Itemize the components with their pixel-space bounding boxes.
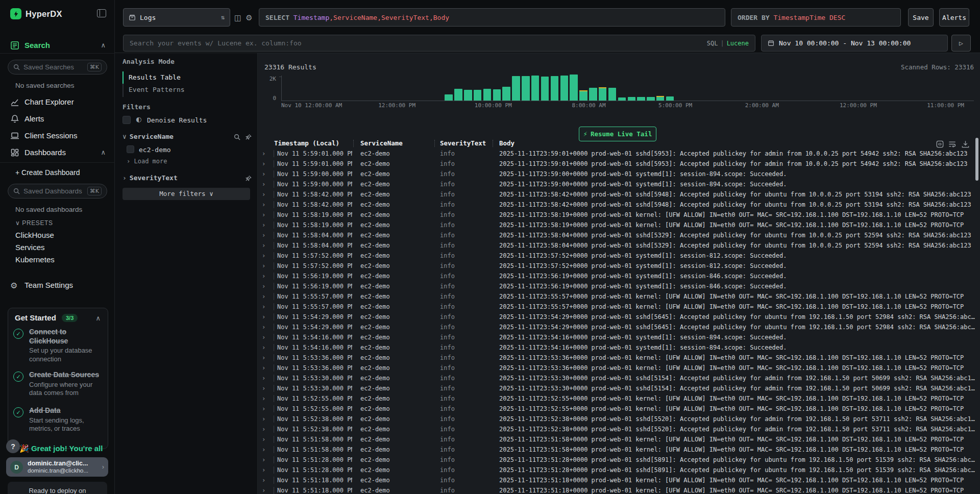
histogram-bar[interactable] — [512, 76, 520, 101]
row-expand-chevron[interactable]: › — [262, 242, 270, 249]
table-row[interactable]: › Nov 11 5:52:38.000 PM ec2-demo info 20… — [258, 425, 980, 435]
select-clause-input[interactable]: SELECT Timestamp,ServiceName,SeverityTex… — [259, 8, 725, 27]
table-row[interactable]: › Nov 11 5:58:42.000 PM ec2-demo info 20… — [258, 200, 980, 210]
table-row[interactable]: › Nov 11 5:51:28.000 PM ec2-demo info 20… — [258, 455, 980, 465]
row-expand-chevron[interactable]: › — [262, 456, 270, 463]
row-expand-chevron[interactable]: › — [262, 191, 270, 198]
row-expand-chevron[interactable]: › — [262, 273, 270, 280]
row-expand-chevron[interactable]: › — [262, 426, 270, 433]
table-row[interactable]: › Nov 11 5:53:36.000 PM ec2-demo info 20… — [258, 363, 980, 374]
table-row[interactable]: › Nov 11 5:56:19.000 PM ec2-demo info 20… — [258, 282, 980, 292]
save-button[interactable]: Save — [908, 8, 934, 27]
table-row[interactable]: › Nov 11 5:59:01.000 PM ec2-demo info 20… — [258, 149, 980, 159]
mode-results-table[interactable]: Results Table — [129, 73, 181, 81]
table-row[interactable]: › Nov 11 5:54:16.000 PM ec2-demo info 20… — [258, 333, 980, 343]
table-row[interactable]: › Nov 11 5:53:36.000 PM ec2-demo info 20… — [258, 353, 980, 363]
table-row[interactable]: › Nov 11 5:58:04.000 PM ec2-demo info 20… — [258, 241, 980, 251]
table-row[interactable]: › Nov 11 5:51:18.000 PM ec2-demo info 20… — [258, 486, 980, 494]
column-header-timestamp[interactable]: Timestamp (Local) — [274, 139, 339, 147]
histogram-bar[interactable] — [483, 89, 491, 101]
row-expand-chevron[interactable]: › — [262, 293, 270, 300]
row-expand-chevron[interactable]: › — [262, 303, 270, 310]
column-header-severitytext[interactable]: SeverityText — [440, 139, 486, 147]
table-row[interactable]: › Nov 11 5:54:29.000 PM ec2-demo info 20… — [258, 312, 980, 323]
table-row[interactable]: › Nov 11 5:57:52.000 PM ec2-demo info 20… — [258, 251, 980, 261]
run-query-button[interactable]: ▷ — [951, 35, 971, 52]
sidebar-collapse-icon[interactable] — [97, 9, 106, 17]
histogram-bar[interactable] — [522, 76, 529, 101]
user-menu[interactable]: D dominic.tran@clic... dominic.tran@clic… — [6, 457, 108, 477]
row-expand-chevron[interactable]: › — [262, 170, 270, 178]
row-expand-chevron[interactable]: › — [262, 211, 270, 218]
row-expand-chevron[interactable]: › — [262, 446, 270, 453]
row-expand-chevron[interactable]: › — [262, 334, 270, 341]
table-columns-icon[interactable]: ◫ — [233, 13, 242, 22]
histogram-bar[interactable] — [560, 76, 568, 101]
histogram-bar[interactable] — [464, 90, 472, 101]
order-by-input[interactable]: ORDER BY TimestampTime DESC — [731, 8, 901, 27]
denoise-checkbox[interactable] — [122, 116, 131, 124]
chevron-up-icon[interactable]: ∧ — [101, 41, 106, 49]
table-row[interactable]: › Nov 11 5:52:55.000 PM ec2-demo info 20… — [258, 404, 980, 414]
sidebar-item-team-settings[interactable]: ⚙ Team Settings — [0, 280, 115, 291]
row-expand-chevron[interactable]: › — [262, 487, 270, 494]
saved-dashboards-input[interactable]: ⌘K — [8, 184, 107, 199]
service-ec2-demo-checkbox[interactable] — [127, 145, 134, 153]
help-button[interactable]: ? — [6, 439, 20, 453]
chevron-up-icon[interactable]: ∧ — [95, 314, 101, 322]
table-row[interactable]: › Nov 11 5:55:57.000 PM ec2-demo info 20… — [258, 302, 980, 312]
sidebar-item-client-sessions[interactable]: Client Sessions — [0, 131, 115, 142]
row-expand-chevron[interactable]: › — [262, 150, 270, 157]
row-expand-chevron[interactable]: › — [262, 364, 270, 372]
service-option-label[interactable]: ec2-demo — [139, 146, 171, 154]
preset-kubernetes[interactable]: Kubernetes — [15, 255, 55, 264]
row-expand-chevron[interactable]: › — [262, 262, 270, 269]
row-expand-chevron[interactable]: › — [262, 201, 270, 208]
histogram-bar[interactable] — [570, 75, 577, 101]
row-expand-chevron[interactable]: › — [262, 221, 270, 229]
saved-dashboards-field[interactable] — [23, 187, 87, 195]
row-expand-chevron[interactable]: › — [262, 385, 270, 392]
sidebar-item-dashboards[interactable]: Dashboards ∧ — [0, 147, 115, 159]
row-expand-chevron[interactable]: › — [262, 283, 270, 290]
table-row[interactable]: › Nov 11 5:58:42.000 PM ec2-demo info 20… — [258, 190, 980, 200]
table-row[interactable]: › Nov 11 5:57:52.000 PM ec2-demo info 20… — [258, 261, 980, 271]
row-expand-chevron[interactable]: › — [262, 395, 270, 402]
table-row[interactable]: › Nov 11 5:52:55.000 PM ec2-demo info 20… — [258, 394, 980, 404]
saved-searches-field[interactable] — [23, 63, 87, 71]
table-row[interactable]: › Nov 11 5:53:30.000 PM ec2-demo info 20… — [258, 374, 980, 384]
lucene-toggle[interactable]: Lucene — [727, 40, 749, 47]
column-separator[interactable] — [353, 140, 354, 147]
load-more-button[interactable]: › Load more — [127, 158, 167, 165]
histogram-bar[interactable] — [589, 88, 597, 101]
row-expand-chevron[interactable]: › — [262, 344, 270, 351]
presets-toggle[interactable]: ∨ PRESETS — [15, 219, 53, 227]
histogram-bar[interactable] — [474, 90, 481, 101]
column-separator[interactable] — [493, 140, 493, 147]
table-row[interactable]: › Nov 11 5:59:00.000 PM ec2-demo info 20… — [258, 169, 980, 180]
table-row[interactable]: › Nov 11 5:55:57.000 PM ec2-demo info 20… — [258, 292, 980, 302]
create-dashboard-button[interactable]: + Create Dashboard — [15, 168, 80, 177]
row-expand-chevron[interactable]: › — [262, 232, 270, 239]
histogram-bar[interactable] — [551, 76, 558, 101]
gear-icon[interactable]: ⚙ — [244, 13, 254, 22]
table-row[interactable]: › Nov 11 5:53:30.000 PM ec2-demo info 20… — [258, 384, 980, 394]
table-row[interactable]: › Nov 11 5:56:19.000 PM ec2-demo info 20… — [258, 271, 980, 282]
scrollbar-thumb[interactable] — [975, 138, 978, 181]
alerts-button[interactable]: Alerts — [939, 8, 969, 27]
row-expand-chevron[interactable]: › — [262, 160, 270, 167]
histogram-bar[interactable] — [502, 87, 510, 101]
table-row[interactable]: › Nov 11 5:52:38.000 PM ec2-demo info 20… — [258, 414, 980, 425]
histogram-bar[interactable] — [493, 89, 501, 101]
histogram-bar[interactable] — [579, 90, 587, 101]
row-expand-chevron[interactable]: › — [262, 181, 270, 188]
more-filters-button[interactable]: More filters ∨ — [122, 188, 250, 200]
filter-search-icon[interactable] — [234, 134, 241, 141]
source-select[interactable]: Logs ⇅ — [123, 8, 230, 27]
table-row[interactable]: › Nov 11 5:59:01.000 PM ec2-demo info 20… — [258, 159, 980, 169]
pin-icon[interactable] — [245, 175, 252, 182]
language-toggle[interactable]: SQL|Lucene — [707, 40, 749, 47]
table-row[interactable]: › Nov 11 5:59:00.000 PM ec2-demo info 20… — [258, 180, 980, 190]
sql-toggle[interactable]: SQL — [707, 40, 718, 47]
filter-group-servicename[interactable]: ∨ServiceName — [122, 133, 174, 140]
